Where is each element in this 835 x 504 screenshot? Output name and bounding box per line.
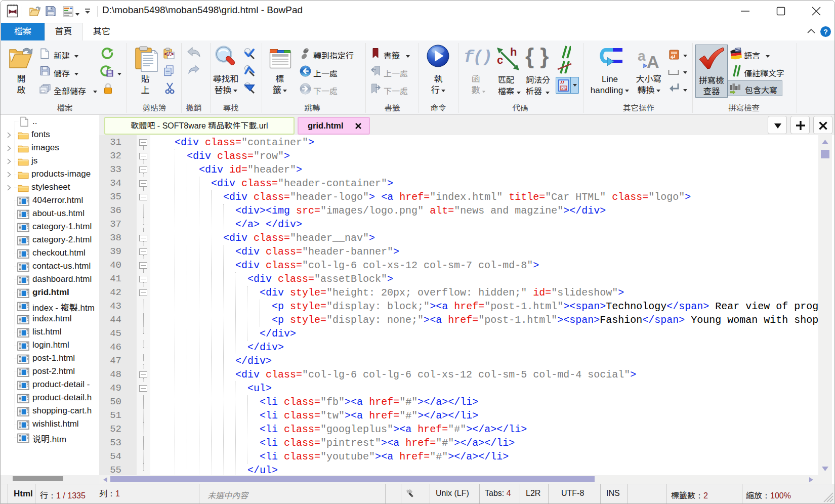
- svg-text:h: h: [510, 47, 517, 58]
- svg-text:A: A: [647, 52, 659, 70]
- svg-text:a: a: [638, 48, 646, 64]
- svg-text:c: c: [497, 54, 503, 66]
- svg-text:</>: </>: [164, 50, 174, 58]
- svg-text:TaTA: TaTA: [560, 87, 567, 91]
- svg-text:?: ?: [823, 28, 828, 36]
